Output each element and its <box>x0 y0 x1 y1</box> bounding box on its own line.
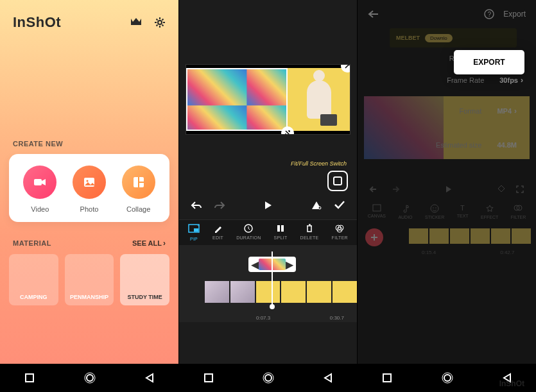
home-icon[interactable] <box>263 372 274 384</box>
export-preview: FormatMP4› Estimated size44.8M <box>364 96 530 159</box>
svg-rect-15 <box>277 225 280 232</box>
tool-delete[interactable]: DELETE <box>300 224 319 241</box>
create-card: Video Photo Collage <box>9 154 169 222</box>
export-popup[interactable]: EXPORT <box>454 50 524 74</box>
recents-icon[interactable] <box>382 373 392 383</box>
tool-split[interactable]: SPLIT <box>274 224 288 241</box>
create-photo[interactable]: Photo <box>73 166 106 213</box>
resize-handle-icon[interactable] <box>281 126 294 135</box>
android-navbar <box>0 364 178 392</box>
tool-duration[interactable]: DURATION <box>236 224 261 241</box>
tool-filter[interactable]: FILTER <box>332 224 348 241</box>
svg-point-10 <box>318 207 321 209</box>
redo-icon[interactable] <box>390 185 400 193</box>
svg-rect-16 <box>281 225 284 232</box>
playhead[interactable] <box>272 251 273 307</box>
main-track[interactable] <box>205 281 357 303</box>
play-icon[interactable] <box>264 200 273 210</box>
tool-pip[interactable]: +PIP <box>188 224 200 241</box>
time-total: 0:30.7 <box>330 315 344 321</box>
svg-point-0 <box>158 21 162 24</box>
tool-canvas[interactable]: CANVAS <box>368 204 386 219</box>
fit-hint-label: Fit/Full Screen Switch <box>179 160 347 167</box>
back-arrow-icon[interactable] <box>368 10 379 19</box>
row-format[interactable]: FormatMP4› <box>447 100 530 122</box>
tool-sticker[interactable]: STICKER <box>425 204 444 219</box>
redo-icon[interactable] <box>214 201 225 210</box>
material-studytime[interactable]: STUDY TIME <box>120 254 169 305</box>
app-brand: InShOt <box>13 14 61 31</box>
see-all-link[interactable]: SEE ALL› <box>132 239 166 248</box>
tool-strip: +PIP EDIT DURATION SPLIT DELETE FILTER <box>179 219 357 245</box>
tool-filter[interactable]: FILTER <box>511 204 526 219</box>
create-video[interactable]: Video <box>23 166 56 213</box>
transition-icon[interactable] <box>311 200 322 210</box>
keyframe-icon[interactable] <box>497 185 505 194</box>
tool-audio[interactable]: AUDIO <box>398 204 412 219</box>
back-icon[interactable] <box>324 373 333 383</box>
svg-text:T: T <box>460 204 465 212</box>
svg-rect-20 <box>205 374 212 382</box>
recents-icon[interactable] <box>203 373 214 383</box>
recents-icon[interactable] <box>24 373 35 383</box>
back-icon[interactable] <box>145 373 154 383</box>
svg-point-33 <box>444 375 451 381</box>
svg-point-26 <box>431 205 438 212</box>
video-preview[interactable] <box>186 64 350 135</box>
tool-text[interactable]: TTEXT <box>457 204 469 219</box>
check-icon[interactable] <box>334 200 345 210</box>
svg-point-3 <box>86 180 88 182</box>
svg-rect-7 <box>26 374 33 382</box>
gear-icon[interactable] <box>154 17 166 28</box>
watermark: InShOt <box>499 379 524 388</box>
ad-banner[interactable]: MELBET Downlo <box>390 28 517 47</box>
fit-full-toggle[interactable] <box>327 171 348 191</box>
fullscreen-icon[interactable] <box>515 185 524 194</box>
svg-text:+: + <box>197 224 200 228</box>
editor-screen: Fit/Full Screen Switch +PIP EDIT DURATIO… <box>178 0 357 392</box>
undo-icon[interactable] <box>191 201 202 210</box>
help-icon[interactable]: ? <box>484 9 494 19</box>
add-button[interactable] <box>365 228 383 246</box>
create-new-heading: CREATE NEW <box>13 140 178 148</box>
svg-point-28 <box>435 207 437 209</box>
svg-rect-25 <box>373 205 381 211</box>
svg-point-8 <box>87 375 93 381</box>
crown-icon[interactable] <box>130 17 143 28</box>
svg-point-21 <box>265 375 272 381</box>
tool-edit[interactable]: EDIT <box>212 224 223 241</box>
home-icon[interactable] <box>84 372 96 384</box>
svg-rect-12 <box>194 228 198 232</box>
svg-rect-32 <box>383 374 391 382</box>
svg-text:?: ? <box>488 11 492 18</box>
create-collage[interactable]: Collage <box>122 166 155 213</box>
material-camping[interactable]: CAMPING <box>9 254 58 305</box>
material-heading: MATERIAL <box>13 239 51 247</box>
export-screen: ? Export MELBET Downlo EXPORT Resolution… <box>357 0 536 392</box>
timeline[interactable]: 0:15.40:42.7 <box>358 222 536 255</box>
timeline[interactable]: ◀▶ 0:07.30:30.7 <box>179 245 357 322</box>
row-size: Estimated size44.8M <box>423 135 530 155</box>
svg-rect-1 <box>34 179 42 185</box>
home-screen: InShOt CREATE NEW Video Photo Collage MA… <box>0 0 178 392</box>
undo-icon[interactable] <box>369 185 379 193</box>
export-link[interactable]: Export <box>503 10 526 19</box>
android-navbar <box>179 364 357 392</box>
home-icon[interactable] <box>442 372 453 384</box>
play-icon[interactable] <box>445 185 453 194</box>
tool-effect[interactable]: EFFECT <box>481 204 498 219</box>
material-penmanship[interactable]: PENMANSHIP <box>65 254 114 305</box>
time-current: 0:07.3 <box>256 315 270 321</box>
svg-point-27 <box>433 207 434 209</box>
